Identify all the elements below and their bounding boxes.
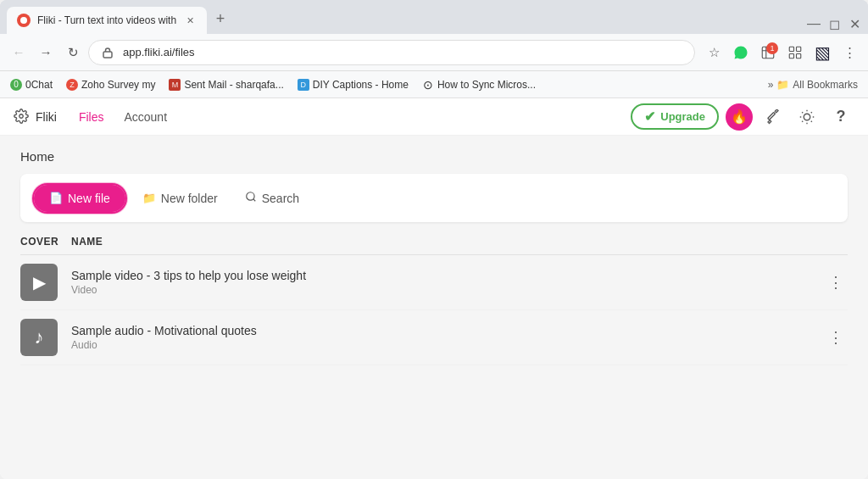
upgrade-label: Upgrade bbox=[660, 110, 705, 123]
toolbar-actions: 📄 New file 📁 New folder Search bbox=[20, 174, 848, 222]
new-folder-label: New folder bbox=[161, 192, 218, 205]
new-folder-button[interactable]: 📁 New folder bbox=[132, 185, 228, 212]
svg-line-11 bbox=[811, 120, 812, 121]
search-icon bbox=[245, 191, 257, 205]
col-actions-header bbox=[814, 236, 848, 248]
tab-close-button[interactable]: ✕ bbox=[183, 14, 197, 27]
row-menu-button-video[interactable]: ⋮ bbox=[824, 270, 848, 294]
svg-line-10 bbox=[802, 112, 803, 113]
bookmark-zoho-icon: Z bbox=[66, 79, 78, 91]
svg-point-0 bbox=[20, 17, 27, 24]
svg-line-15 bbox=[811, 112, 812, 113]
nav-files[interactable]: Files bbox=[70, 107, 113, 127]
bookmark-github[interactable]: ⊙ How to Sync Micros... bbox=[422, 79, 536, 91]
tab-title: Fliki - Turn text into videos with bbox=[37, 14, 176, 26]
file-name-video: Sample video - 3 tips to help you lose w… bbox=[71, 269, 814, 282]
file-info-audio: Sample audio - Motivational quotes Audio bbox=[71, 324, 814, 351]
minimize-button[interactable]: — bbox=[807, 17, 821, 31]
app-nav: Files Account bbox=[70, 107, 175, 127]
bookmark-sent-icon: M bbox=[169, 79, 181, 91]
restore-button[interactable]: ◻ bbox=[827, 17, 841, 31]
files-header: Home 📄 New file 📁 New folder Sear bbox=[0, 136, 868, 229]
svg-rect-1 bbox=[103, 52, 112, 58]
svg-line-14 bbox=[802, 120, 803, 121]
search-button[interactable]: Search bbox=[235, 184, 309, 212]
bookmark-0chat-label: 0Chat bbox=[25, 79, 53, 91]
help-icon-button[interactable]: ? bbox=[827, 103, 854, 131]
col-name-header: NAME bbox=[71, 236, 814, 248]
reload-button[interactable]: ↻ bbox=[61, 41, 85, 64]
bookmark-0chat[interactable]: 0 0Chat bbox=[10, 79, 53, 91]
file-info-video: Sample video - 3 tips to help you lose w… bbox=[71, 269, 814, 296]
file-type-audio: Audio bbox=[71, 339, 814, 351]
profile-icon[interactable]: ▧ bbox=[810, 41, 834, 64]
wrench-icon-button[interactable] bbox=[760, 103, 787, 131]
file-cover-video: ▶ bbox=[20, 264, 58, 301]
svg-line-17 bbox=[253, 199, 255, 202]
security-icon bbox=[99, 44, 116, 61]
bookmark-diy-icon: D bbox=[298, 79, 309, 91]
bookmark-github-icon: ⊙ bbox=[422, 79, 434, 91]
new-tab-button[interactable]: + bbox=[209, 7, 232, 31]
bookmark-diy[interactable]: D DIY Captions - Home bbox=[298, 79, 409, 91]
app-logo[interactable]: Fliki bbox=[14, 109, 57, 125]
close-button[interactable]: ✕ bbox=[848, 17, 861, 31]
flame-icon-button[interactable]: 🔥 bbox=[726, 103, 753, 131]
col-cover-header: COVER bbox=[20, 236, 71, 248]
toolbar-icons: ☆ 1 ▧ ⋮ bbox=[702, 41, 861, 64]
new-file-icon: 📄 bbox=[49, 192, 63, 204]
new-file-button[interactable]: 📄 New file bbox=[34, 185, 125, 212]
svg-rect-5 bbox=[797, 53, 801, 58]
new-file-label: New file bbox=[68, 192, 110, 205]
whatsapp-icon[interactable] bbox=[729, 41, 753, 64]
bookmark-zoho[interactable]: Z Zoho Survey my bbox=[66, 79, 155, 91]
browser-tab[interactable]: Fliki - Turn text into videos with ✕ bbox=[7, 7, 207, 34]
files-area: Home 📄 New file 📁 New folder Sear bbox=[0, 136, 868, 479]
new-folder-icon: 📁 bbox=[142, 192, 156, 204]
more-bookmarks-button[interactable]: » 📁 All Bookmarks bbox=[768, 79, 858, 91]
file-name-audio: Sample audio - Motivational quotes bbox=[71, 324, 814, 337]
settings-icon bbox=[14, 109, 31, 125]
upgrade-button[interactable]: ✔ Upgrade bbox=[631, 103, 719, 130]
tab-favicon bbox=[17, 14, 31, 27]
url-text: app.fliki.ai/files bbox=[123, 46, 684, 58]
back-button[interactable]: ← bbox=[7, 41, 31, 64]
table-header: COVER NAME bbox=[20, 229, 848, 255]
svg-point-6 bbox=[19, 114, 24, 118]
bookmark-github-label: How to Sync Micros... bbox=[437, 79, 536, 91]
page-content: Fliki Files Account ✔ Upgrade 🔥 ? bbox=[0, 98, 868, 479]
bookmark-zoho-label: Zoho Survey my bbox=[81, 79, 155, 91]
bookmark-star-icon[interactable]: ☆ bbox=[702, 41, 726, 64]
breadcrumb: Home bbox=[20, 149, 848, 164]
browser-toolbar: ← → ↻ app.fliki.ai/files ☆ 1 bbox=[0, 34, 868, 71]
upgrade-check-icon: ✔ bbox=[644, 109, 655, 125]
more-bookmarks-chevron: » bbox=[768, 79, 774, 91]
bookmarks-folder-icon: 📁 bbox=[776, 79, 789, 91]
header-right: ✔ Upgrade 🔥 ? bbox=[631, 103, 854, 131]
svg-point-7 bbox=[804, 114, 810, 120]
bookmark-sent[interactable]: M Sent Mail - sharqafa... bbox=[169, 79, 283, 91]
table-row[interactable]: ♪ Sample audio - Motivational quotes Aud… bbox=[20, 310, 848, 365]
row-menu-button-audio[interactable]: ⋮ bbox=[824, 326, 848, 349]
menu-button[interactable]: ⋮ bbox=[837, 41, 861, 64]
bookmark-sent-label: Sent Mail - sharqafa... bbox=[184, 79, 283, 91]
audio-icon: ♪ bbox=[35, 326, 44, 348]
bookmark-0chat-icon: 0 bbox=[10, 79, 22, 91]
bookmark-diy-label: DIY Captions - Home bbox=[313, 79, 409, 91]
video-icon: ▶ bbox=[33, 272, 46, 292]
svg-rect-4 bbox=[789, 53, 793, 58]
table-row[interactable]: ▶ Sample video - 3 tips to help you lose… bbox=[20, 255, 848, 310]
app-header: Fliki Files Account ✔ Upgrade 🔥 ? bbox=[0, 98, 868, 136]
brightness-icon-button[interactable] bbox=[793, 103, 821, 131]
extension-icon[interactable]: 1 bbox=[756, 41, 780, 64]
search-label: Search bbox=[262, 192, 299, 205]
svg-point-16 bbox=[246, 192, 253, 200]
svg-rect-3 bbox=[797, 47, 801, 51]
forward-button[interactable]: → bbox=[34, 41, 58, 64]
bookmarks-bar: 0 0Chat Z Zoho Survey my M Sent Mail - s… bbox=[0, 71, 868, 98]
svg-rect-2 bbox=[789, 47, 793, 51]
file-cover-audio: ♪ bbox=[20, 319, 58, 356]
nav-account[interactable]: Account bbox=[115, 107, 175, 127]
extensions-button[interactable] bbox=[783, 41, 807, 64]
address-bar[interactable]: app.fliki.ai/files bbox=[88, 40, 695, 65]
